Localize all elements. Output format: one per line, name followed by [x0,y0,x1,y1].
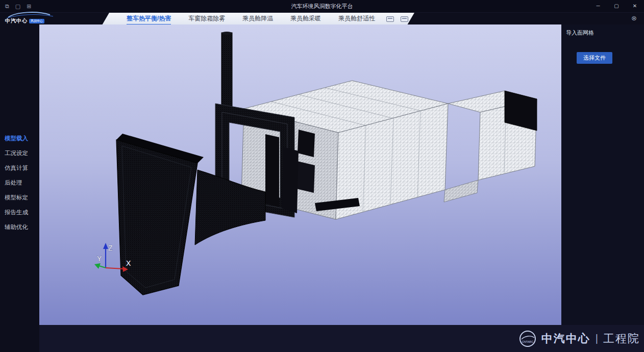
sidebar-item-report[interactable]: 报告生成 [0,205,39,220]
titlebar-menu-icons: ⧉ ▢ ⊞ [0,3,31,10]
viewport-3d[interactable]: Z X Y [39,24,561,325]
axis-label-z: Z [108,244,113,252]
sidebar-item-calibration[interactable]: 模型标定 [0,190,39,205]
logo-badge: 风洞中心 [29,19,44,23]
cntarc-logo-icon: CNTARC [519,330,536,347]
footer: CNTARC 中汽中心 | 工程院 [39,325,644,352]
copy-window-icon[interactable]: ⧉ [5,3,9,10]
close-button[interactable]: ✕ [626,0,644,12]
titlebar: ⧉ ▢ ⊞ 汽车环境风洞数字化平台 ─ ▢ ✕ [0,0,644,12]
footer-brand-text: 中汽中心 [541,331,590,346]
footer-org-text: 工程院 [603,331,640,346]
mesh-strut [282,147,299,213]
panel-toggle-icon-1[interactable] [386,16,394,22]
select-file-button[interactable]: 选择文件 [577,52,612,64]
app-logo: 中汽中心 风洞中心 [4,13,76,24]
right-panel: 导入面网格 选择文件 [561,24,644,325]
sidebar-item-simulation[interactable]: 仿真计算 [0,161,39,175]
new-window-icon[interactable]: ▢ [15,3,20,10]
tab-cabin-heating[interactable]: 乘员舱采暖 [290,13,321,25]
tab-cabin-comfort[interactable]: 乘员舱舒适性 [338,13,375,25]
settings-icon[interactable]: ⊗ [631,14,637,22]
nav-tabs: 整车热平衡/热害 车窗除霜除雾 乘员舱降温 乘员舱采暖 乘员舱舒适性 [102,13,414,25]
window-controls: ─ ▢ ✕ [589,0,644,12]
nav-bar: 整车热平衡/热害 车窗除霜除雾 乘员舱降温 乘员舱采暖 乘员舱舒适性 ⊗ [0,12,644,24]
footer-divider: | [596,333,598,344]
sidebar-item-postprocess[interactable]: 后处理 [0,175,39,190]
sidebar-menu: 模型载入 工况设定 仿真计算 后处理 模型标定 报告生成 辅助优化 [0,131,39,235]
nav-tools [386,16,408,22]
axis-label-y: Y [97,255,102,263]
sidebar-item-condition-setup[interactable]: 工况设定 [0,146,39,161]
import-mesh-label: 导入面网格 [561,24,644,37]
apps-grid-icon[interactable]: ⊞ [27,3,31,10]
sidebar-item-optimization[interactable]: 辅助优化 [0,220,39,235]
tab-cabin-cooling[interactable]: 乘员舱降温 [242,13,273,25]
axis-label-x: X [126,259,131,267]
sidebar-item-model-load[interactable]: 模型载入 [0,131,39,146]
minimize-button[interactable]: ─ [589,0,607,12]
window-title: 汽车环境风洞数字化平台 [0,3,644,10]
logo-brand-text: 中汽中心 [5,17,28,24]
maximize-button[interactable]: ▢ [607,0,626,12]
panel-toggle-icon-2[interactable] [401,16,408,22]
cntarc-logo-text: CNTARC [522,340,534,343]
sidebar: 模型载入 工况设定 仿真计算 后处理 模型标定 报告生成 辅助优化 [0,24,39,352]
mesh-model-svg: Z X Y [39,24,561,325]
tab-thermal-balance[interactable]: 整车热平衡/热害 [127,13,171,25]
tab-defrost-defog[interactable]: 车窗除霜除雾 [188,13,225,25]
footer-logo: CNTARC 中汽中心 | 工程院 [519,330,640,347]
mesh-box-right [444,91,537,202]
